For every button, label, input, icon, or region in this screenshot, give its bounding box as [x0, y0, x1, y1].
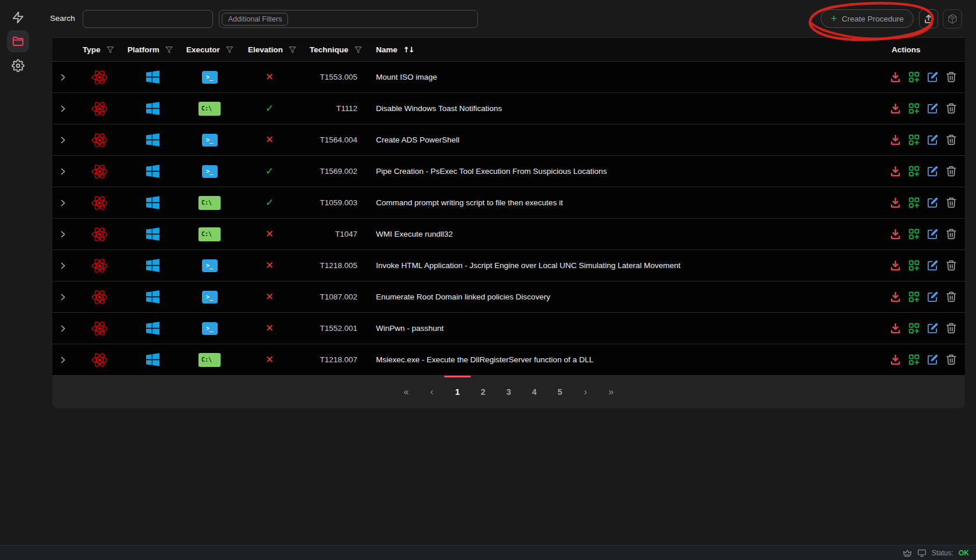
add-to-set-button[interactable] [908, 197, 920, 209]
table-body: >_ ✕ T1553.005 Mount ISO image C:\ ✓ T11… [52, 62, 965, 376]
table-row[interactable]: >_ ✕ T1087.002 Enumerate Root Domain lin… [52, 281, 965, 313]
table-row[interactable]: >_ ✕ T1553.005 Mount ISO image [52, 62, 965, 93]
download-button[interactable] [889, 291, 902, 303]
download-button[interactable] [889, 354, 902, 366]
add-to-set-button[interactable] [908, 322, 920, 334]
powershell-executor-icon: >_ [202, 322, 218, 335]
download-button[interactable] [889, 197, 902, 209]
delete-button[interactable] [945, 165, 957, 177]
edit-button[interactable] [927, 259, 939, 272]
delete-button[interactable] [945, 102, 957, 115]
search-input[interactable] [83, 10, 213, 28]
expand-chevron-icon[interactable] [59, 356, 67, 364]
pagination-prev[interactable]: ‹ [426, 376, 438, 408]
edit-button[interactable] [927, 291, 939, 303]
download-button[interactable] [889, 228, 902, 240]
table-row[interactable]: >_ ✕ T1564.004 Create ADS PowerShell [52, 124, 965, 156]
delete-button[interactable] [945, 259, 957, 272]
edit-button[interactable] [927, 102, 939, 115]
column-header-name[interactable]: Name↑↓ [365, 45, 883, 54]
add-to-set-button[interactable] [908, 165, 920, 177]
delete-button[interactable] [945, 322, 957, 334]
delete-button[interactable] [945, 134, 957, 146]
add-to-set-button[interactable] [908, 291, 920, 303]
expand-chevron-icon[interactable] [59, 262, 67, 270]
edit-button[interactable] [927, 228, 939, 240]
additional-filters-input[interactable]: Additional Filters [219, 10, 478, 28]
add-to-set-button[interactable] [908, 71, 920, 83]
sort-arrows-icon[interactable]: ↑↓ [403, 45, 414, 54]
windows-platform-icon [145, 164, 160, 179]
technique-id: T1564.004 [320, 135, 357, 144]
pagination-first[interactable]: « [400, 376, 412, 408]
download-button[interactable] [889, 322, 902, 334]
edit-button[interactable] [927, 322, 939, 334]
row-actions [883, 71, 965, 83]
column-header-type[interactable]: Type [73, 45, 126, 54]
filter-funnel-icon[interactable] [226, 46, 233, 53]
delete-button[interactable] [945, 197, 957, 209]
column-header-technique[interactable]: Technique [299, 45, 365, 54]
add-to-set-button[interactable] [908, 228, 920, 240]
download-button[interactable] [889, 259, 902, 272]
expand-chevron-icon[interactable] [59, 230, 67, 238]
table-row[interactable]: C:\ ✕ T1218.007 Msiexec.exe - Execute th… [52, 344, 965, 376]
additional-filters-chip[interactable]: Additional Filters [222, 13, 288, 26]
create-procedure-button[interactable]: + Create Procedure [821, 9, 914, 28]
edit-button[interactable] [927, 354, 939, 366]
expand-chevron-icon[interactable] [59, 136, 67, 144]
filter-funnel-icon[interactable] [289, 46, 296, 53]
sidebar-item-procedures[interactable] [7, 30, 29, 52]
upload-button[interactable] [919, 9, 938, 28]
filter-funnel-icon[interactable] [107, 46, 114, 53]
download-button[interactable] [889, 165, 902, 177]
pagination-page-1[interactable]: 1 [452, 376, 463, 408]
edit-button[interactable] [927, 134, 939, 146]
expand-chevron-icon[interactable] [59, 199, 67, 207]
add-to-set-button[interactable] [908, 354, 920, 366]
expand-chevron-icon[interactable] [59, 167, 67, 176]
table-row[interactable]: >_ ✓ T1569.002 Pipe Creation - PsExec To… [52, 156, 965, 187]
table-row[interactable]: C:\ ✕ T1047 WMI Execute rundll32 [52, 219, 965, 250]
table-row[interactable]: C:\ ✓ T1059.003 Command prompt writing s… [52, 187, 965, 219]
table-row[interactable]: C:\ ✓ T1112 Disable Windows Toast Notifi… [52, 93, 965, 124]
download-button[interactable] [889, 102, 902, 115]
delete-button[interactable] [945, 228, 957, 240]
expand-chevron-icon[interactable] [59, 293, 67, 301]
add-to-set-button[interactable] [908, 134, 920, 146]
download-button[interactable] [889, 71, 902, 83]
download-button[interactable] [889, 134, 902, 146]
filter-funnel-icon[interactable] [354, 46, 362, 53]
column-header-executor[interactable]: Executor [179, 45, 240, 54]
edit-button[interactable] [927, 165, 939, 177]
pagination-last[interactable]: » [605, 376, 617, 408]
expand-chevron-icon[interactable] [59, 105, 67, 113]
sidebar-item-settings[interactable] [7, 55, 29, 77]
table-row[interactable]: >_ ✕ T1552.001 WinPwn - passhunt [52, 313, 965, 344]
pagination-next[interactable]: › [580, 376, 591, 408]
delete-button[interactable] [945, 354, 957, 366]
edit-button[interactable] [927, 71, 939, 83]
edit-button[interactable] [927, 197, 939, 209]
powershell-executor-icon: >_ [202, 259, 218, 272]
table-row[interactable]: >_ ✕ T1218.005 Invoke HTML Application -… [52, 250, 965, 281]
technique-id: T1218.005 [320, 261, 357, 270]
pagination-page-4[interactable]: 4 [528, 376, 540, 408]
delete-button[interactable] [945, 291, 957, 303]
expand-chevron-icon[interactable] [59, 324, 67, 333]
pagination-page-3[interactable]: 3 [503, 376, 514, 408]
sidebar-item-operations[interactable] [7, 6, 29, 28]
pagination-page-2[interactable]: 2 [477, 376, 489, 408]
column-label: Elevation [248, 45, 283, 54]
pagination-page-5[interactable]: 5 [554, 376, 566, 408]
package-button[interactable] [943, 9, 962, 28]
add-to-set-button[interactable] [908, 259, 920, 272]
expand-chevron-icon[interactable] [59, 73, 67, 81]
column-header-elevation[interactable]: Elevation [240, 45, 299, 54]
add-to-set-button[interactable] [908, 102, 920, 115]
filter-funnel-icon[interactable] [165, 46, 173, 53]
atom-type-icon [91, 195, 108, 211]
delete-button[interactable] [945, 71, 957, 83]
procedure-name: Command prompt writing script to file th… [376, 198, 563, 207]
column-header-platform[interactable]: Platform [126, 45, 179, 54]
